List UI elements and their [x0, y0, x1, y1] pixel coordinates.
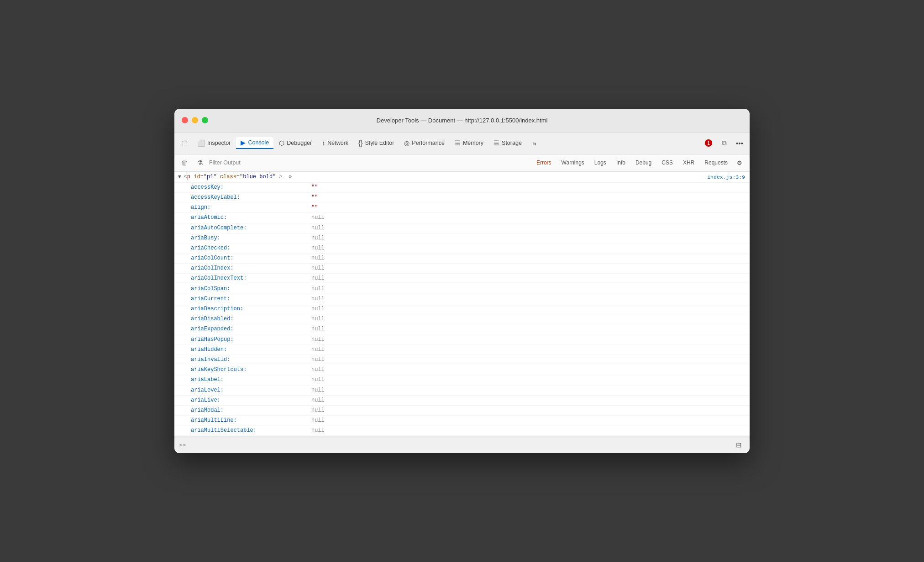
errors-label: Errors	[536, 159, 551, 166]
split-view-button[interactable]: ⊟	[732, 439, 745, 451]
gear-icon: ⚙	[737, 159, 742, 166]
element-tag: <p id="p1" class="blue bold" >	[184, 174, 286, 180]
filter-requests[interactable]: Requests	[700, 158, 732, 167]
filter-pills: Errors Warnings Logs Info Debug CSS XHR …	[532, 156, 746, 169]
more-options-icon: •••	[736, 139, 743, 147]
bottom-bar: >> ⊟	[174, 436, 750, 453]
prop-value: null	[311, 386, 325, 395]
minimize-button[interactable]	[192, 117, 198, 123]
tab-memory[interactable]: ☰ Memory	[450, 138, 488, 148]
list-item: ariaAtomic: null	[174, 213, 750, 223]
prop-key: ariaDisabled:	[191, 315, 310, 323]
prop-key: align:	[191, 203, 310, 212]
list-item: ariaKeyShortcuts: null	[174, 365, 750, 375]
error-count-badge[interactable]: 1	[701, 138, 716, 148]
error-count: 1	[707, 141, 710, 146]
filter-bar-left: 🗑 ⚗ Filter Output	[178, 156, 241, 169]
expand-arrow[interactable]: ▼	[178, 173, 181, 181]
tab-inspector[interactable]: ⬜ Inspector	[193, 138, 235, 148]
performance-label: Performance	[412, 140, 445, 146]
error-dot-icon: 1	[705, 139, 712, 147]
filter-logs[interactable]: Logs	[590, 158, 611, 167]
memory-icon: ☰	[455, 140, 461, 146]
list-item: ariaDisabled: null	[174, 314, 750, 324]
list-item: ariaColSpan: null	[174, 284, 750, 294]
split-console-button[interactable]: ⧉	[717, 136, 731, 150]
filter-xhr[interactable]: XHR	[678, 158, 699, 167]
logs-label: Logs	[594, 159, 606, 166]
tab-console[interactable]: ▶ Console	[236, 137, 273, 149]
list-item: ariaMultiSelectable: null	[174, 426, 750, 436]
tab-network[interactable]: ↕ Network	[317, 138, 353, 148]
tab-storage[interactable]: ☰ Storage	[489, 138, 526, 148]
prop-value: null	[311, 426, 325, 435]
list-item: ariaCurrent: null	[174, 294, 750, 304]
memory-label: Memory	[463, 140, 483, 146]
style-editor-label: Style Editor	[365, 140, 394, 146]
console-settings-button[interactable]: ⚙	[733, 156, 746, 169]
console-entry-main[interactable]: ▼ <p id="p1" class="blue bold" > ⚙ index…	[174, 172, 750, 183]
filter-debug[interactable]: Debug	[631, 158, 656, 167]
prop-value: null	[311, 244, 325, 253]
list-item: ariaHidden: null	[174, 345, 750, 355]
tab-debugger[interactable]: ⬡ Debugger	[274, 138, 316, 148]
list-item: align: ""	[174, 203, 750, 213]
toolbar: ⬚ ⬜ Inspector ▶ Console ⬡ Debugger ↕ Net…	[174, 133, 750, 154]
titlebar: Developer Tools — Document — http://127.…	[174, 109, 750, 133]
prop-value: null	[311, 295, 325, 303]
console-icon: ▶	[241, 139, 246, 146]
debugger-label: Debugger	[287, 140, 312, 146]
prop-key: ariaBusy:	[191, 234, 310, 243]
source-link[interactable]: index.js:3:9	[707, 173, 745, 181]
tab-style-editor[interactable]: {} Style Editor	[354, 138, 399, 148]
prop-value: null	[311, 305, 325, 313]
property-list: accessKey: ""accessKeyLabel: ""align: ""…	[174, 183, 750, 436]
more-options-button[interactable]: •••	[732, 136, 747, 150]
close-button[interactable]	[182, 117, 188, 123]
filter-warnings[interactable]: Warnings	[557, 158, 589, 167]
prop-key: ariaColIndex:	[191, 264, 310, 273]
maximize-button[interactable]	[202, 117, 208, 123]
list-item: ariaExpanded: null	[174, 324, 750, 334]
prop-key: ariaMultiLine:	[191, 416, 310, 425]
filter-toggle-button[interactable]: ⚗	[194, 156, 206, 169]
prop-key: ariaExpanded:	[191, 325, 310, 334]
prop-value: ""	[311, 193, 318, 202]
clear-console-button[interactable]: 🗑	[178, 156, 191, 169]
more-tools-button[interactable]: »	[527, 136, 542, 150]
console-prompt[interactable]: >>	[179, 441, 186, 448]
prop-key: ariaColIndexText:	[191, 274, 310, 283]
storage-label: Storage	[502, 140, 522, 146]
filter-info[interactable]: Info	[612, 158, 630, 167]
debug-label: Debug	[635, 159, 651, 166]
prop-value: null	[311, 396, 325, 405]
xhr-label: XHR	[683, 159, 694, 166]
pick-element-icon: ⬚	[181, 139, 188, 147]
list-item: ariaChecked: null	[174, 244, 750, 254]
window-title: Developer Tools — Document — http://127.…	[377, 117, 548, 124]
prop-key: ariaAtomic:	[191, 213, 310, 222]
filter-errors[interactable]: Errors	[532, 158, 556, 167]
settings-gear-inline[interactable]: ⚙	[289, 174, 292, 180]
prop-key: ariaLive:	[191, 396, 310, 405]
prop-value: null	[311, 345, 325, 354]
filter-icon: ⚗	[197, 159, 203, 166]
split-console-icon: ⧉	[722, 139, 727, 147]
prop-key: ariaColSpan:	[191, 285, 310, 293]
prop-key: ariaDescription:	[191, 305, 310, 313]
network-icon: ↕	[322, 140, 325, 146]
pick-element-button[interactable]: ⬚	[177, 136, 192, 150]
prop-value: null	[311, 335, 325, 344]
performance-icon: ◎	[404, 140, 410, 146]
entry-content: <p id="p1" class="blue bold" > ⚙	[184, 173, 746, 181]
tab-performance[interactable]: ◎ Performance	[399, 138, 449, 148]
more-tools-icon: »	[533, 139, 536, 147]
prop-key: ariaLevel:	[191, 386, 310, 395]
prop-value: null	[311, 224, 325, 233]
inspector-label: Inspector	[207, 140, 231, 146]
debugger-icon: ⬡	[279, 140, 284, 146]
filter-css[interactable]: CSS	[657, 158, 677, 167]
style-editor-icon: {}	[358, 140, 362, 146]
list-item: ariaColIndexText: null	[174, 274, 750, 284]
prop-value: null	[311, 315, 325, 323]
